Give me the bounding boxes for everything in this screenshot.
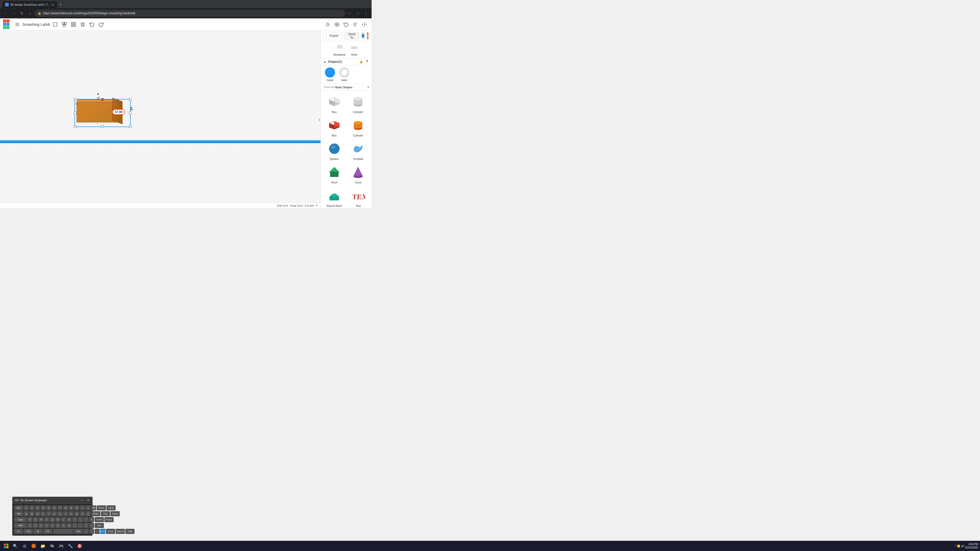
svg-rect-26 [338,45,342,48]
delete-button[interactable] [79,21,87,29]
shape-item-cone[interactable]: Cone [347,163,370,186]
tinkercad-app: Smashing Lahdi [0,18,372,208]
handle-top-right[interactable] [129,98,131,101]
menu-button[interactable] [13,21,21,29]
edit-grid-label[interactable]: Edit Grid [277,204,288,207]
workplane-icon [335,43,344,52]
logo-cell [3,19,6,22]
svg-rect-53 [330,197,339,200]
shapes-category-dropdown[interactable]: Tinkercad Basic Shapes ▾ [321,84,372,91]
handle-bottom-left[interactable] [74,125,76,128]
url-text: https://www.tinkercad.com/things/2bORPj4… [43,11,342,15]
rotate-handle[interactable]: ▲ ↺ [97,92,100,101]
notifications-button[interactable]: 0 [367,32,369,39]
shape-item-box-gray[interactable]: Box [323,93,346,115]
round-roof-icon [327,188,342,203]
roof-icon [327,165,342,180]
svg-point-20 [336,24,338,25]
undo-button[interactable] [88,21,96,29]
cylinder-orange-icon [350,118,366,133]
settings-button[interactable]: ⋮ [363,10,369,17]
align-button[interactable] [351,21,360,29]
back-button[interactable]: ← [2,10,9,17]
export-button[interactable]: Export [326,32,342,39]
panel-chevron[interactable]: › [319,117,321,122]
workplane-label: Workplane [334,53,346,56]
dimension-label[interactable]: 17.00 [112,109,125,115]
svg-rect-49 [330,172,339,177]
address-bar-row: ← → ↻ ⌂ 🔒 https://www.tinkercad.com/thin… [0,8,372,18]
refresh-button[interactable]: ↻ [18,10,25,17]
svg-point-44 [354,121,362,124]
workplane-button[interactable]: Workplane [334,43,346,56]
tab-bar: 3D design Smashing Lahdi | T... ✕ + [0,0,372,8]
snap-value[interactable]: 1.0 mm [304,204,314,207]
hole-label: Hole [342,79,347,82]
ungroup-button[interactable] [69,21,78,29]
svg-point-38 [354,98,362,101]
handle-middle-left[interactable] [74,112,76,114]
shape-item-box-red[interactable]: Box [323,116,346,138]
handle-top-left[interactable] [74,98,76,101]
select-tool-button[interactable] [51,21,59,29]
svg-rect-10 [74,25,76,27]
shape-item-sphere[interactable]: Sphere [323,140,346,162]
solid-button[interactable]: Solid [325,67,335,82]
bookmark-button[interactable]: ☆ [354,10,361,17]
shape-item-cylinder-gray[interactable]: Cylinder [347,93,370,115]
home-button[interactable]: ⌂ [27,10,34,17]
sendto-button[interactable]: Send To [344,32,359,39]
sphere-label: Sphere [330,157,339,160]
view-button[interactable] [333,21,341,29]
dropdown-arrow-icon: ▾ [368,86,369,89]
light-button[interactable] [324,21,332,29]
canvas-area[interactable]: ▲ ↺ 17.00 2. Edit Grid Snap Grid 1.0 mm … [0,30,321,208]
group-button[interactable] [60,21,68,29]
shape-item-cylinder-orange[interactable]: Cylinder [347,116,370,138]
mirror-button[interactable] [360,21,369,29]
logo-cell [3,23,6,26]
handle-middle-right[interactable] [129,112,131,114]
forward-button[interactable]: → [10,10,18,17]
text-label: Text [355,204,361,207]
cylinder-gray-label: Cylinder [353,110,363,114]
handle-bottom-middle[interactable] [101,125,104,128]
svg-rect-3 [53,22,57,26]
ruler-label: Ruler [351,53,357,56]
scribble-icon [350,141,366,156]
main-content: 1. FRONT ⌂ ◎ + − ⊟ [0,30,372,208]
main-toolbar: Smashing Lahdi [0,18,372,30]
collapse-icon[interactable]: ▲ [323,60,326,64]
shapes-header: ▲ Shapes(2) 🔒 📍 [321,59,372,65]
new-tab-button[interactable]: + [57,2,64,7]
active-tab[interactable]: 3D design Smashing Lahdi | T... ✕ [2,1,57,8]
rotate-arrow-up: ▲ [97,92,100,95]
shape-item-scribble[interactable]: Scribble [347,140,370,162]
import-button[interactable]: Import [321,32,324,39]
shape-grid: Box Cylinder [321,91,372,208]
user-avatar[interactable]: 👤 [361,32,365,39]
snap-dropdown-icon[interactable]: ▾ [316,204,318,207]
lock-icon: 🔒 [38,12,41,15]
solid-icon [325,67,335,78]
extensions-button[interactable]: ⋯ [346,10,353,17]
logo-cell [6,26,10,29]
shape-item-round-roof[interactable]: Round Roof [323,186,346,208]
cylinder-gray-icon [350,94,366,110]
snap-grid-label: Snap Grid [290,204,303,207]
refresh-view-button[interactable] [342,21,350,29]
redo-button[interactable] [97,21,105,29]
box-red-label: Box [332,134,337,137]
shape-item-text[interactable]: TEXT Text [347,186,370,208]
ruler-button[interactable]: Ruler [350,43,359,56]
address-box[interactable]: 🔒 https://www.tinkercad.com/things/2bORP… [35,10,345,17]
round-roof-label: Round Roof [327,204,342,207]
shape-item-roof[interactable]: Roof [323,163,346,186]
handle-bottom-right[interactable] [129,125,131,128]
tab-close-button[interactable]: ✕ [51,3,54,6]
pin-shapes-icon[interactable]: 📍 [365,60,369,64]
cone-label: Cone [355,181,361,184]
hole-button[interactable]: Hole [339,67,349,82]
ruler-icon [350,43,359,52]
lock-shapes-icon[interactable]: 🔒 [360,60,363,64]
